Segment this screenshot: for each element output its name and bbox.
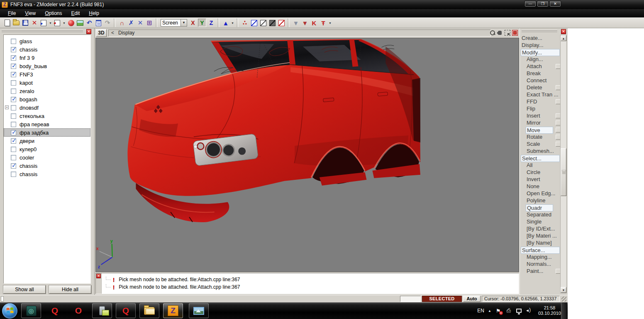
command-break[interactable]: Break <box>521 70 561 77</box>
command-delete[interactable]: Delete <box>521 84 561 91</box>
axis-x-button[interactable]: X <box>189 19 197 27</box>
taskbar-app-phone-tool[interactable] <box>92 303 112 318</box>
command-single[interactable]: Single <box>521 218 561 226</box>
layer-row[interactable]: ✓body_buыв <box>4 62 90 70</box>
network-icon[interactable] <box>516 308 522 314</box>
command-paint[interactable]: Paint... <box>521 268 561 275</box>
commands-scrollbar[interactable]: ▲ ▼ <box>560 35 567 293</box>
taskbar-app-explorer[interactable] <box>139 303 159 318</box>
layer-row[interactable]: cooler <box>4 153 90 162</box>
auto-button[interactable]: Auto <box>463 296 481 302</box>
layer-row[interactable]: ✓chassis <box>4 162 90 170</box>
layer-checkbox[interactable] <box>11 122 16 127</box>
panel-grip[interactable] <box>522 29 557 33</box>
zoom-view-icon[interactable] <box>490 30 495 36</box>
minimize-button[interactable]: — <box>524 1 536 7</box>
command-modify[interactable]: Modify... <box>521 49 561 56</box>
command-quadr[interactable]: Quadr <box>521 204 561 211</box>
log-window-icon[interactable] <box>94 18 103 27</box>
taskbar-app-opera[interactable]: O <box>68 303 88 318</box>
device-icon[interactable]: ⎙ <box>505 307 512 314</box>
command-scale[interactable]: Scale <box>521 141 561 148</box>
command-ffd[interactable]: FFD <box>521 98 561 106</box>
layer-checkbox[interactable] <box>11 80 16 86</box>
layer-row[interactable]: стеколька <box>4 112 90 120</box>
start-button[interactable] <box>2 303 17 319</box>
command-move[interactable]: Move <box>521 127 561 134</box>
command-invert[interactable]: Invert <box>521 176 561 183</box>
commands-panel-close-icon[interactable]: ✕ <box>561 29 566 34</box>
animation-icon[interactable]: K <box>310 18 319 27</box>
command-connect[interactable]: Connect <box>521 77 561 84</box>
command-insert[interactable]: Insert <box>521 113 561 120</box>
command-by-materi[interactable]: [By Materi ... <box>521 233 561 240</box>
resize-grip[interactable] <box>561 297 566 302</box>
layer-row[interactable]: ✓двери <box>4 137 90 145</box>
taskbar-app-q-messenger[interactable]: Q <box>45 303 65 318</box>
objects-level-icon[interactable] <box>277 18 286 27</box>
menu-item-options[interactable]: Options <box>40 10 66 17</box>
layer-row[interactable]: ✓chassis <box>4 45 90 54</box>
layer-checkbox[interactable] <box>11 155 16 160</box>
clock[interactable]: 21:58 03.10.2010 <box>538 305 561 316</box>
taskbar-app-image-viewer[interactable] <box>189 303 209 318</box>
bones-icon[interactable]: Ŧ <box>319 18 328 27</box>
layer-checkbox[interactable] <box>11 39 16 44</box>
magnet-icon[interactable]: ∩ <box>117 18 127 27</box>
command-by-id-ext[interactable]: [By ID/Ext... <box>521 226 561 233</box>
log-close-icon[interactable]: ✕ <box>96 274 101 278</box>
command-polyline[interactable]: Polyline <box>521 197 561 204</box>
panel-grip[interactable] <box>2 29 83 33</box>
polygons-level-icon[interactable] <box>268 18 277 27</box>
layer-checkbox[interactable]: ✓ <box>11 72 16 77</box>
screen-axis-select[interactable]: Screen▼ <box>161 19 187 27</box>
scroll-down-icon[interactable]: ▼ <box>561 287 566 293</box>
new-file-icon[interactable] <box>2 18 12 27</box>
layer-checkbox[interactable] <box>11 88 16 94</box>
view-3d-tab[interactable]: 3D <box>96 29 107 37</box>
command-align[interactable]: Align... <box>521 56 561 63</box>
vertices-level-icon[interactable]: ∴ <box>240 18 249 27</box>
layer-checkbox[interactable]: ✓ <box>11 130 16 135</box>
layer-row[interactable]: zeralo <box>4 87 90 95</box>
command-submesh[interactable]: Submesh... <box>521 148 561 155</box>
command-all[interactable]: All <box>521 162 561 169</box>
view-breadcrumb[interactable]: <Display <box>108 29 491 37</box>
scroll-up-icon[interactable]: ▲ <box>561 35 566 41</box>
command-flip[interactable]: Flip <box>521 106 561 113</box>
layer-checkbox[interactable]: ✓ <box>11 163 16 169</box>
layer-row[interactable]: ✓fnf 3 9 <box>4 54 90 62</box>
filter-polygons-icon[interactable]: ▼ <box>300 18 310 27</box>
menu-item-view[interactable]: View <box>20 10 40 17</box>
command-by-name[interactable]: [By Name] <box>521 240 561 247</box>
command-mirror[interactable]: Mirror <box>521 120 561 127</box>
scrollbar-thumb[interactable] <box>561 148 566 196</box>
layer-checkbox[interactable] <box>11 172 16 177</box>
command-open-edg[interactable]: Open Edg... <box>521 190 561 197</box>
layers-panel-close-icon[interactable]: ✕ <box>86 29 91 34</box>
layer-checkbox[interactable] <box>11 113 16 119</box>
material-editor-icon[interactable] <box>76 18 85 27</box>
command-mapping[interactable]: Mapping... <box>521 254 561 261</box>
hide-all-button[interactable]: Hide all <box>49 285 91 294</box>
snap-grid-icon[interactable]: ⊞ <box>145 18 154 27</box>
taskbar-app-zmodeler[interactable]: Z <box>163 303 183 318</box>
taskbar-app-graphics[interactable]: ◎ <box>21 303 41 318</box>
layer-checkbox[interactable]: ✓ <box>11 64 16 69</box>
command-rotate[interactable]: Rotate <box>521 134 561 141</box>
maximize-button[interactable]: ❐ <box>537 1 549 7</box>
pan-view-icon[interactable] <box>497 30 503 36</box>
layer-row[interactable]: glass <box>4 37 90 45</box>
expand-icon[interactable]: + <box>5 106 9 109</box>
export-dropdown[interactable]: ▼ <box>62 18 66 27</box>
layer-checkbox[interactable] <box>11 105 16 110</box>
command-select[interactable]: Select... <box>521 155 561 162</box>
action-center-icon[interactable]: ⚑✕ <box>495 308 502 314</box>
taskbar-app-q-messenger-2[interactable]: Q <box>116 303 136 318</box>
command-separated[interactable]: Separated <box>521 211 561 218</box>
command-exact-tran[interactable]: Exact Tran ... <box>521 91 561 98</box>
layer-row[interactable]: chassis <box>4 170 90 178</box>
weld-vertices-icon[interactable]: ✗ <box>127 18 136 27</box>
command-surface[interactable]: Surface... <box>521 247 561 254</box>
redo-icon[interactable]: ↷ <box>103 18 112 27</box>
